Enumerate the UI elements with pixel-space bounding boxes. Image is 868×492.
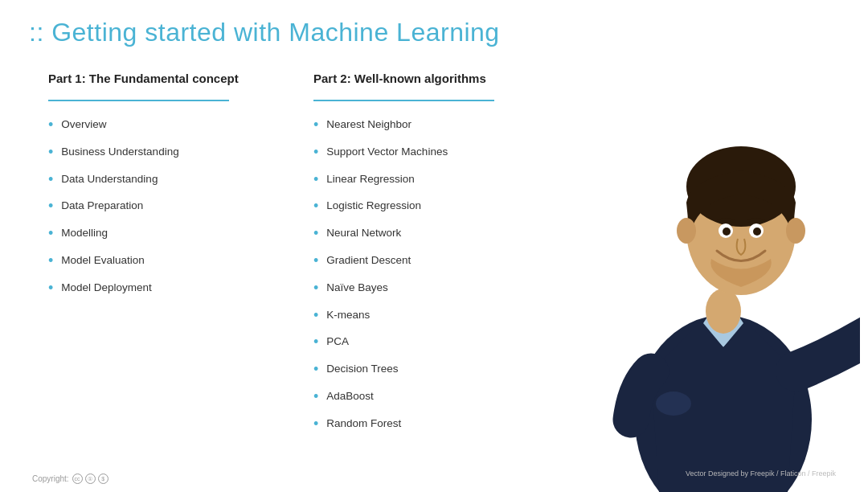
cc-icon: cc bbox=[72, 474, 83, 484]
svg-point-11 bbox=[677, 218, 696, 244]
bullet-icon: • bbox=[48, 281, 53, 297]
list-item: • Data Understanding bbox=[48, 172, 249, 188]
item-label: Gradient Descent bbox=[326, 253, 411, 269]
item-label: Logistic Regression bbox=[326, 199, 421, 214]
bullet-icon: • bbox=[48, 117, 53, 133]
bullet-icon: • bbox=[313, 199, 318, 215]
bullet-icon: • bbox=[313, 172, 318, 188]
page: Getting started with Machine Learning Pa… bbox=[0, 0, 868, 492]
list-item: • PCA bbox=[313, 334, 514, 351]
part2-title: Part 2: Well-known algorithms bbox=[313, 72, 514, 85]
copyright-label: Copyright: bbox=[32, 474, 69, 483]
bullet-icon: • bbox=[48, 145, 53, 161]
svg-point-6 bbox=[656, 392, 691, 416]
list-item: • Gradient Descent bbox=[313, 253, 514, 269]
person-svg bbox=[587, 74, 860, 492]
svg-point-12 bbox=[786, 218, 805, 244]
bullet-icon: • bbox=[48, 172, 53, 188]
bullet-icon: • bbox=[313, 308, 318, 324]
bullet-icon: • bbox=[48, 199, 53, 215]
bullet-icon: • bbox=[313, 362, 318, 378]
part1-column: Part 1: The Fundamental concept • Overvi… bbox=[48, 72, 249, 444]
part2-divider bbox=[313, 100, 494, 101]
list-item: • Business Understanding bbox=[48, 145, 249, 161]
item-label: Random Forest bbox=[326, 416, 401, 432]
item-label: Business Understanding bbox=[61, 145, 178, 160]
list-item: • Decision Trees bbox=[313, 362, 514, 378]
svg-point-16 bbox=[753, 228, 761, 236]
list-item: • Data Preparation bbox=[48, 199, 249, 215]
svg-point-15 bbox=[723, 228, 731, 236]
page-title: Getting started with Machine Learning bbox=[29, 18, 839, 47]
bullet-icon: • bbox=[313, 416, 318, 433]
item-label: Data Understanding bbox=[61, 172, 158, 187]
list-item: • Random Forest bbox=[313, 416, 514, 433]
copyright-symbols: cc ① $ bbox=[72, 474, 108, 484]
bullet-icon: • bbox=[48, 253, 53, 269]
item-label: Nearest Neighbor bbox=[326, 117, 411, 133]
bullet-icon: • bbox=[313, 389, 318, 405]
bullet-icon: • bbox=[313, 253, 318, 269]
item-label: Modelling bbox=[61, 226, 108, 241]
part2-column: Part 2: Well-known algorithms • Nearest … bbox=[313, 72, 514, 444]
item-label: Support Vector Machines bbox=[326, 145, 448, 160]
bullet-icon: • bbox=[313, 117, 318, 133]
item-label: Naïve Bayes bbox=[326, 281, 388, 296]
list-item: • Nearest Neighbor bbox=[313, 117, 514, 133]
list-item: • Model Deployment bbox=[48, 281, 249, 297]
list-item: • Naïve Bayes bbox=[313, 281, 514, 297]
sa-icon: $ bbox=[98, 474, 108, 484]
person-illustration bbox=[579, 66, 868, 492]
bullet-icon: • bbox=[313, 145, 318, 161]
item-label: K-means bbox=[326, 308, 370, 323]
list-item: • Support Vector Machines bbox=[313, 145, 514, 161]
list-item: • Model Evaluation bbox=[48, 253, 249, 269]
copyright-section: Copyright: cc ① $ bbox=[32, 474, 108, 484]
item-label: Model Evaluation bbox=[61, 253, 145, 269]
bullet-icon: • bbox=[313, 281, 318, 297]
header: Getting started with Machine Learning bbox=[0, 0, 868, 55]
item-label: Data Preparation bbox=[61, 199, 143, 214]
item-label: Overview bbox=[61, 117, 106, 133]
bullet-icon: • bbox=[313, 334, 318, 351]
list-item: • K-means bbox=[313, 308, 514, 324]
part1-divider bbox=[48, 100, 229, 101]
item-label: Decision Trees bbox=[326, 362, 398, 377]
svg-point-5 bbox=[706, 289, 741, 334]
part1-title: Part 1: The Fundamental concept bbox=[48, 72, 249, 85]
item-label: Neural Network bbox=[326, 226, 401, 241]
freepik-credit: Vector Designed by Freepik / Flaticon / … bbox=[686, 469, 836, 478]
item-label: PCA bbox=[326, 334, 349, 350]
list-item: • Modelling bbox=[48, 226, 249, 242]
list-item: • Neural Network bbox=[313, 226, 514, 242]
list-item: • Linear Regression bbox=[313, 172, 514, 188]
bullet-icon: • bbox=[48, 226, 53, 242]
item-label: Linear Regression bbox=[326, 172, 415, 187]
bullet-icon: • bbox=[313, 226, 318, 242]
item-label: Model Deployment bbox=[61, 281, 152, 296]
item-label: AdaBoost bbox=[326, 389, 374, 404]
list-item: • Overview bbox=[48, 117, 249, 133]
list-item: • AdaBoost bbox=[313, 389, 514, 405]
list-item: • Logistic Regression bbox=[313, 199, 514, 215]
footer: Copyright: cc ① $ Vector Designed by Fre… bbox=[0, 474, 868, 484]
by-icon: ① bbox=[85, 474, 96, 484]
